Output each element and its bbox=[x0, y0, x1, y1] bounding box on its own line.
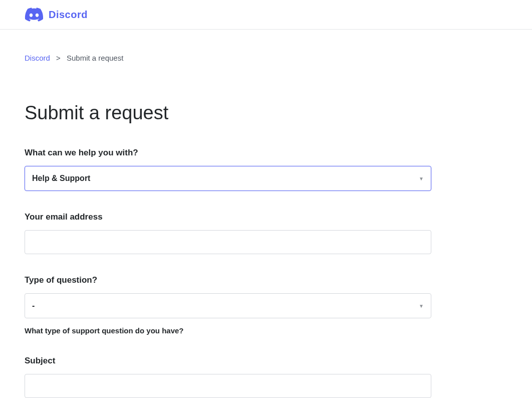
help-category-value: Help & Support bbox=[32, 174, 419, 183]
email-label: Your email address bbox=[25, 212, 431, 222]
caret-down-icon: ▼ bbox=[419, 176, 424, 181]
question-type-value: - bbox=[32, 301, 419, 310]
caret-down-icon: ▼ bbox=[419, 303, 424, 309]
email-group: Your email address bbox=[25, 212, 431, 254]
page-content: Discord > Submit a request Submit a requ… bbox=[0, 30, 456, 398]
discord-wordmark: Discord bbox=[49, 9, 88, 21]
question-type-help-text: What type of support question do you hav… bbox=[25, 326, 431, 335]
help-category-select[interactable]: Help & Support ▼ bbox=[25, 166, 431, 191]
breadcrumb: Discord > Submit a request bbox=[25, 30, 431, 62]
breadcrumb-current: Submit a request bbox=[67, 54, 123, 62]
question-type-select[interactable]: - ▼ bbox=[25, 293, 431, 318]
discord-logo-icon bbox=[25, 8, 44, 22]
subject-label: Subject bbox=[25, 356, 431, 366]
breadcrumb-home-link[interactable]: Discord bbox=[25, 54, 50, 62]
subject-group: Subject bbox=[25, 356, 431, 398]
help-category-label: What can we help you with? bbox=[25, 148, 431, 158]
help-category-group: What can we help you with? Help & Suppor… bbox=[25, 148, 431, 191]
site-header: Discord bbox=[0, 0, 532, 30]
question-type-label: Type of question? bbox=[25, 275, 431, 285]
page-title: Submit a request bbox=[25, 102, 431, 124]
question-type-group: Type of question? - ▼ What type of suppo… bbox=[25, 275, 431, 335]
subject-input[interactable] bbox=[25, 374, 431, 398]
email-input[interactable] bbox=[25, 230, 431, 254]
logo-link[interactable]: Discord bbox=[25, 8, 88, 22]
breadcrumb-separator: > bbox=[56, 54, 61, 62]
